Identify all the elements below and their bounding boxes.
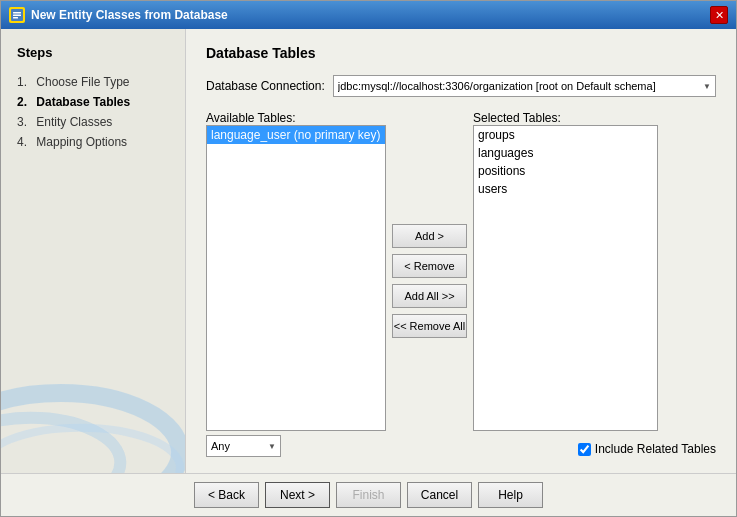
db-connection-label: Database Connection: xyxy=(206,79,325,93)
list-item[interactable]: groups xyxy=(474,126,657,144)
db-connection-value: jdbc:mysql://localhost:3306/organization… xyxy=(338,80,656,92)
step-1: 1. Choose File Type xyxy=(17,72,169,92)
available-tables-listbox[interactable]: language_user (no primary key) xyxy=(206,125,386,431)
add-button[interactable]: Add > xyxy=(392,224,467,248)
list-item[interactable]: language_user (no primary key) xyxy=(207,126,385,144)
list-item[interactable]: positions xyxy=(474,162,657,180)
main-window: New Entity Classes from Database ✕ Steps… xyxy=(0,0,737,517)
cancel-button[interactable]: Cancel xyxy=(407,482,472,508)
step-4: 4. Mapping Options xyxy=(17,132,169,152)
svg-rect-1 xyxy=(13,12,21,14)
step-3: 3. Entity Classes xyxy=(17,112,169,132)
remove-button[interactable]: < Remove xyxy=(392,254,467,278)
sidebar-heading: Steps xyxy=(17,45,169,60)
window-title: New Entity Classes from Database xyxy=(31,8,228,22)
main-panel: Database Tables Database Connection: jdb… xyxy=(186,29,736,473)
content-area: Steps 1. Choose File Type 2. Database Ta… xyxy=(1,29,736,473)
title-bar-left: New Entity Classes from Database xyxy=(9,7,228,23)
finish-button[interactable]: Finish xyxy=(336,482,401,508)
svg-rect-3 xyxy=(13,17,18,19)
panel-heading: Database Tables xyxy=(206,45,716,61)
list-item[interactable]: languages xyxy=(474,144,657,162)
include-related-label: Include Related Tables xyxy=(595,442,716,456)
transfer-buttons-column: Add > < Remove Add All >> << Remove All xyxy=(386,111,473,431)
back-button[interactable]: < Back xyxy=(194,482,259,508)
tables-row: Available Tables: language_user (no prim… xyxy=(206,111,716,431)
list-item[interactable]: users xyxy=(474,180,657,198)
db-connection-dropdown[interactable]: jdbc:mysql://localhost:3306/organization… xyxy=(333,75,716,97)
dropdown-arrow-icon: ▼ xyxy=(703,82,711,91)
bottom-controls: Any ▼ Include Related Tables xyxy=(206,435,716,457)
sidebar: Steps 1. Choose File Type 2. Database Ta… xyxy=(1,29,186,473)
help-button[interactable]: Help xyxy=(478,482,543,508)
footer: < Back Next > Finish Cancel Help xyxy=(1,473,736,516)
selected-tables-panel: Selected Tables: groups languages positi… xyxy=(473,111,658,431)
selected-tables-label: Selected Tables: xyxy=(473,111,658,125)
close-button[interactable]: ✕ xyxy=(710,6,728,24)
steps-list: 1. Choose File Type 2. Database Tables 3… xyxy=(17,72,169,152)
step-2: 2. Database Tables xyxy=(17,92,169,112)
selected-tables-listbox[interactable]: groups languages positions users xyxy=(473,125,658,431)
available-tables-panel: Available Tables: language_user (no prim… xyxy=(206,111,386,431)
include-related-checkbox[interactable] xyxy=(578,443,591,456)
svg-rect-2 xyxy=(13,15,21,17)
next-button[interactable]: Next > xyxy=(265,482,330,508)
window-icon xyxy=(9,7,25,23)
filter-dropdown-arrow-icon: ▼ xyxy=(268,442,276,451)
include-related-container: Include Related Tables xyxy=(578,442,716,456)
db-connection-row: Database Connection: jdbc:mysql://localh… xyxy=(206,75,716,97)
filter-value: Any xyxy=(211,440,230,452)
add-all-button[interactable]: Add All >> xyxy=(392,284,467,308)
sidebar-watermark xyxy=(1,293,185,473)
title-bar: New Entity Classes from Database ✕ xyxy=(1,1,736,29)
filter-dropdown[interactable]: Any ▼ xyxy=(206,435,281,457)
available-tables-label: Available Tables: xyxy=(206,111,386,125)
remove-all-button[interactable]: << Remove All xyxy=(392,314,467,338)
